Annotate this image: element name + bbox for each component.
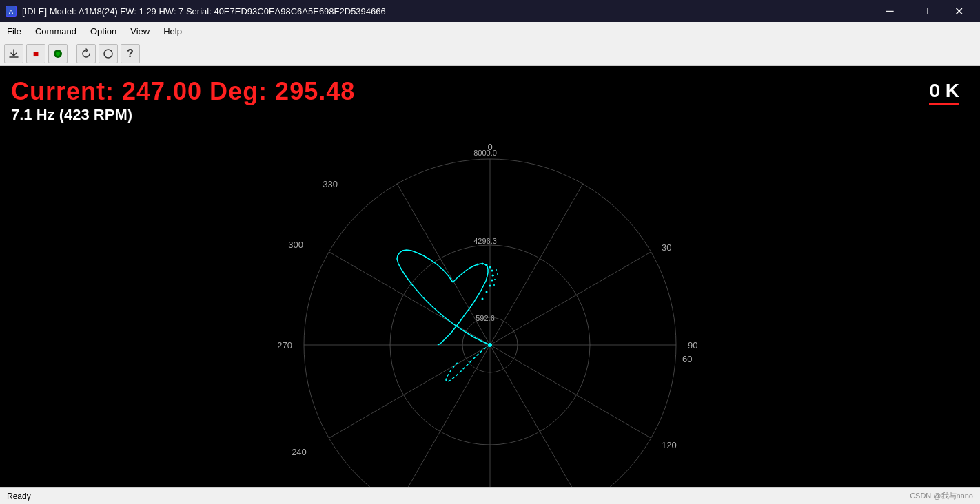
svg-text:60: 60 — [682, 354, 692, 364]
k-display: 0 K — [929, 80, 959, 105]
svg-text:270: 270 — [277, 340, 292, 350]
svg-point-35 — [491, 280, 493, 282]
svg-point-32 — [489, 266, 491, 269]
menu-option[interactable]: Option — [83, 22, 123, 41]
menu-file[interactable]: File — [0, 22, 28, 41]
svg-text:8000.0: 8000.0 — [473, 149, 497, 157]
refresh-button[interactable] — [76, 44, 96, 63]
svg-point-31 — [486, 264, 488, 266]
svg-point-39 — [493, 275, 494, 276]
window-title: [IDLE] Model: A1M8(24) FW: 1.29 HW: 7 Se… — [22, 6, 386, 17]
freq-rpm-value: 7.1 Hz (423 RPM) — [11, 106, 355, 124]
current-deg-value: Current: 247.00 Deg: 295.48 — [11, 77, 355, 106]
current-display: Current: 247.00 Deg: 295.48 7.1 Hz (423 … — [11, 77, 355, 124]
circle-button[interactable] — [99, 44, 118, 63]
menu-command[interactable]: Command — [28, 22, 83, 41]
polar-chart: .polar-circle { fill: none; stroke: #555… — [0, 66, 980, 487]
svg-text:120: 120 — [662, 440, 677, 450]
main-display: Current: 247.00 Deg: 295.48 7.1 Hz (423 … — [0, 66, 980, 487]
svg-text:30: 30 — [662, 242, 671, 253]
k-value: 0 K — [929, 80, 959, 102]
app-icon: A — [6, 6, 17, 17]
titlebar: A [IDLE] Model: A1M8(24) FW: 1.29 HW: 7 … — [0, 0, 980, 22]
svg-point-38 — [482, 298, 484, 300]
minimize-button[interactable]: ─ — [874, 0, 906, 22]
svg-point-30 — [482, 263, 484, 265]
svg-point-29 — [477, 264, 479, 266]
svg-point-4 — [104, 50, 112, 58]
menu-help[interactable]: Help — [156, 22, 189, 41]
svg-text:90: 90 — [688, 340, 697, 350]
watermark: CSDN @我与nano — [910, 491, 973, 501]
k-underline — [929, 103, 959, 105]
svg-point-44 — [488, 343, 492, 347]
menubar: File Command Option View Help — [0, 22, 980, 41]
svg-text:A: A — [9, 8, 14, 15]
status-text: Ready — [7, 492, 31, 501]
svg-point-40 — [494, 279, 496, 280]
svg-point-36 — [489, 285, 491, 287]
svg-point-42 — [496, 269, 497, 271]
download-button[interactable] — [4, 44, 23, 63]
svg-point-41 — [493, 284, 495, 286]
svg-point-43 — [497, 273, 498, 275]
svg-text:592.6: 592.6 — [476, 314, 495, 322]
menu-view[interactable]: View — [123, 22, 156, 41]
svg-point-37 — [486, 291, 488, 293]
svg-text:300: 300 — [288, 240, 303, 250]
svg-text:240: 240 — [292, 447, 307, 457]
svg-text:4296.3: 4296.3 — [473, 237, 497, 245]
help-button[interactable]: ? — [121, 44, 140, 63]
svg-point-3 — [56, 52, 60, 56]
record-button[interactable] — [48, 44, 68, 63]
svg-point-33 — [491, 270, 493, 272]
toolbar: ■ ? — [0, 41, 980, 66]
stop-button[interactable]: ■ — [26, 44, 45, 63]
svg-text:0: 0 — [487, 142, 492, 152]
statusbar: Ready CSDN @我与nano — [0, 487, 980, 504]
close-button[interactable]: ✕ — [943, 0, 974, 22]
maximize-button[interactable]: □ — [908, 0, 940, 22]
separator-1 — [72, 45, 72, 62]
svg-text:330: 330 — [323, 179, 338, 189]
